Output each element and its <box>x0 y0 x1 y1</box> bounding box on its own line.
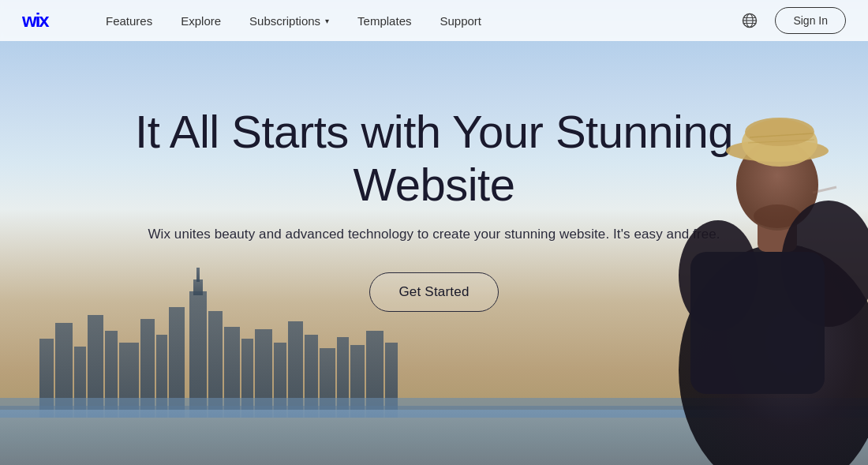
svg-text:wix: wix <box>22 9 50 31</box>
language-globe-icon[interactable] <box>737 8 762 33</box>
navbar-right: Sign In <box>737 7 846 34</box>
nav-item-support[interactable]: Support <box>425 0 496 41</box>
nav-item-templates[interactable]: Templates <box>343 0 425 41</box>
nav-item-explore[interactable]: Explore <box>166 0 235 41</box>
svg-point-31 <box>745 118 814 146</box>
svg-rect-37 <box>690 252 825 394</box>
nav-item-features[interactable]: Features <box>92 0 166 41</box>
get-started-button[interactable]: Get Started <box>369 272 498 312</box>
nav-item-subscriptions[interactable]: Subscriptions ▾ <box>235 0 343 41</box>
subscriptions-chevron-icon: ▾ <box>325 17 329 25</box>
main-nav: Features Explore Subscriptions ▾ Templat… <box>92 0 737 41</box>
hero-person <box>568 39 868 465</box>
logo[interactable]: wix <box>22 9 63 32</box>
sign-in-button[interactable]: Sign In <box>775 7 846 34</box>
navbar: wix Features Explore Subscriptions ▾ Tem… <box>0 0 868 41</box>
